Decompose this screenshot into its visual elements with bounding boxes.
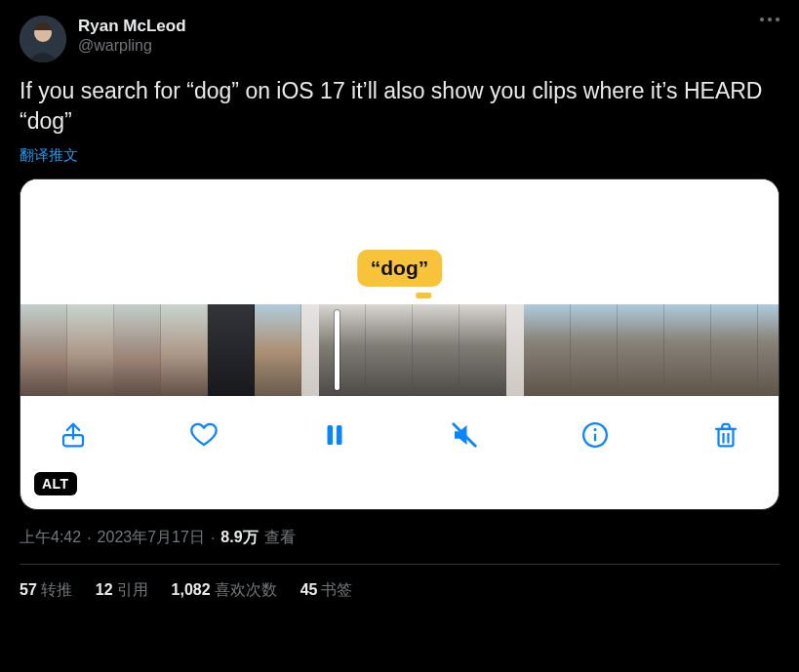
quotes-stat[interactable]: 12引用 [96, 580, 148, 601]
share-icon[interactable] [54, 415, 93, 455]
author-block[interactable]: Ryan McLeod @warpling [78, 16, 186, 56]
tweet-meta: 上午4:42 · 2023年7月17日 · 8.9万 查看 [20, 528, 779, 548]
clip-group-center [319, 304, 506, 396]
retweets-count: 57 [20, 581, 37, 598]
views-count: 8.9万 [220, 528, 258, 548]
more-icon[interactable] [760, 16, 779, 21]
thumbnail [319, 304, 366, 396]
search-term-label: “dog” [357, 250, 442, 287]
trash-icon[interactable] [706, 415, 745, 455]
likes-label: 喜欢次数 [215, 581, 277, 598]
likes-count: 1,082 [172, 581, 211, 598]
thumbnail [255, 304, 301, 396]
clip-group-left [20, 304, 301, 396]
thumbnail [758, 304, 779, 396]
thumbnail [459, 304, 506, 396]
svg-point-8 [594, 428, 597, 431]
bookmarks-stat[interactable]: 45书签 [300, 580, 353, 601]
search-term-bubble: “dog” [357, 250, 442, 298]
tweet-container: Ryan McLeod @warpling If you search for … [0, 0, 799, 609]
retweets-stat[interactable]: 57转推 [20, 580, 72, 601]
quotes-label: 引用 [117, 581, 148, 598]
pause-icon[interactable] [315, 415, 354, 455]
tweet-date[interactable]: 2023年7月17日 [98, 528, 205, 548]
display-name: Ryan McLeod [78, 16, 186, 36]
likes-stat[interactable]: 1,082喜欢次数 [172, 580, 277, 601]
thumbnail [413, 304, 459, 396]
tweet-header: Ryan McLeod @warpling [20, 16, 779, 62]
clip-group-right [524, 304, 779, 396]
heart-icon[interactable] [184, 415, 223, 455]
media-top-area: “dog” [20, 179, 779, 304]
thumbnail [208, 304, 255, 396]
video-timeline [20, 304, 779, 396]
quotes-count: 12 [96, 581, 113, 598]
thumbnail [664, 304, 711, 396]
mute-icon[interactable] [445, 415, 484, 455]
avatar[interactable] [20, 16, 66, 62]
tweet-time[interactable]: 上午4:42 [20, 528, 81, 548]
media-image[interactable]: “dog” [20, 178, 779, 510]
thumbnail [114, 304, 161, 396]
thumbnail [618, 304, 664, 396]
bubble-indicator [416, 293, 431, 298]
views-label: 查看 [264, 528, 296, 548]
thumbnail [524, 304, 571, 396]
thumbnail [711, 304, 758, 396]
handle: @warpling [78, 36, 186, 56]
tweet-stats: 57转推 12引用 1,082喜欢次数 45书签 [20, 565, 779, 601]
tweet-text: If you search for “dog” on iOS 17 it’ll … [20, 76, 779, 137]
playhead-icon [335, 310, 340, 390]
translate-link[interactable]: 翻译推文 [20, 146, 779, 165]
svg-rect-3 [327, 425, 333, 445]
svg-rect-4 [336, 425, 341, 445]
bookmarks-label: 书签 [321, 581, 352, 598]
bookmarks-count: 45 [300, 581, 318, 598]
thumbnail [161, 304, 208, 396]
svg-rect-9 [718, 429, 733, 447]
retweets-label: 转推 [41, 581, 72, 598]
media-toolbar [20, 396, 779, 474]
thumbnail [571, 304, 618, 396]
thumbnail [67, 304, 114, 396]
thumbnail [20, 304, 67, 396]
info-icon[interactable] [576, 415, 615, 455]
thumbnail [366, 304, 413, 396]
alt-badge[interactable]: ALT [34, 472, 77, 495]
